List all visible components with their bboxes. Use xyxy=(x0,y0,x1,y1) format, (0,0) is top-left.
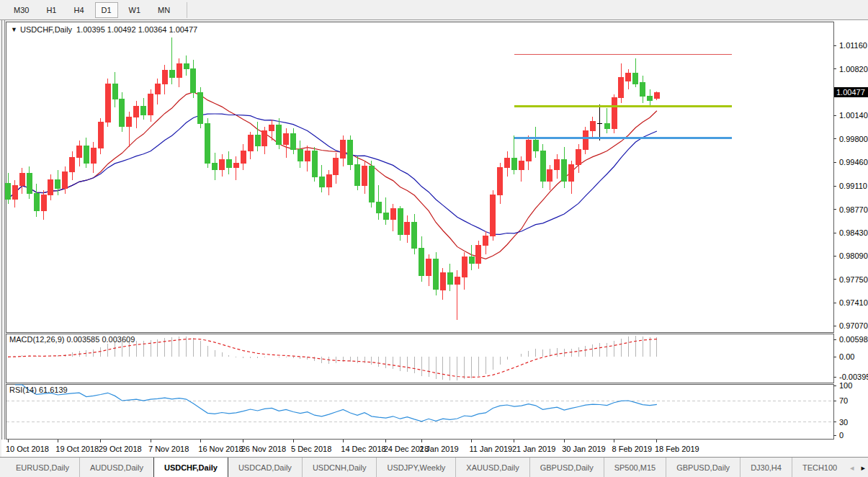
tab-dj30-h4[interactable]: DJ30,H4 xyxy=(740,458,792,477)
chart-region[interactable]: 1.011601.008201.001400.998000.994600.991… xyxy=(0,20,868,457)
tab-gbpusd-daily[interactable]: GBPUSD,Daily xyxy=(529,458,604,477)
date-tick-label: 16 Nov 2018 xyxy=(198,445,243,453)
timeframe-button-d1[interactable]: D1 xyxy=(95,2,118,18)
tab-usdcnh-daily[interactable]: USDCNH,Daily xyxy=(302,458,377,477)
tab-audusd-daily[interactable]: AUDUSD,Daily xyxy=(79,458,153,477)
candle xyxy=(369,161,374,208)
price-tick-label: 0.98090 xyxy=(839,251,868,260)
candle xyxy=(540,144,545,188)
price-tick-label: 0.99460 xyxy=(839,158,868,166)
macd-axis-label: -0.003954 xyxy=(839,373,868,381)
date-tick-label: 10 Oct 2018 xyxy=(6,445,49,453)
tab-usdjpy-weekly[interactable]: USDJPY,Weekly xyxy=(376,458,455,477)
macd-axis-label: 0.005985 xyxy=(839,335,868,344)
tab-eurusd-daily[interactable]: EURUSD,Daily xyxy=(6,458,79,477)
tab-tech100[interactable]: TECH100 xyxy=(792,458,847,477)
price-tick-label: 1.01160 xyxy=(839,41,867,50)
date-tick-label: 21 Jan 2019 xyxy=(512,445,556,453)
timeframe-button-m30[interactable]: M30 xyxy=(7,2,35,18)
price-chart[interactable]: 1.011601.008201.001400.998000.994600.991… xyxy=(0,20,868,457)
tab-scroll-arrows: ◂ ▸ xyxy=(846,458,865,477)
rsi-axis-label: 0 xyxy=(839,431,844,440)
tab-sp500-m15[interactable]: SP500,M15 xyxy=(604,458,666,477)
candle xyxy=(612,94,617,133)
price-tick-label: 0.99110 xyxy=(839,182,867,190)
timeframe-button-w1[interactable]: W1 xyxy=(122,2,148,18)
macd-axis-label: 0.00 xyxy=(839,352,854,361)
tab-usdchf-daily[interactable]: USDCHF,Daily xyxy=(153,457,228,477)
date-tick-label: 19 Oct 2018 xyxy=(55,445,99,453)
price-tick-label: 0.99800 xyxy=(839,135,868,143)
timeframe-button-mn[interactable]: MN xyxy=(151,2,176,18)
rsi-label: RSI(14) 61.6139 xyxy=(9,385,68,394)
price-tick-label: 0.97070 xyxy=(839,321,868,330)
price-tick-label: 0.98770 xyxy=(839,205,868,214)
tab-xauusd-daily[interactable]: XAUUSD,Daily xyxy=(455,458,529,477)
date-tick-label: 14 Dec 2018 xyxy=(341,445,385,453)
rsi-axis-label: 70 xyxy=(839,396,848,405)
candle xyxy=(205,118,210,167)
candle xyxy=(491,190,496,241)
price-tick-label: 0.97750 xyxy=(839,275,868,284)
macd-label: MACD(12,26,9) 0.003585 0.003609 xyxy=(9,335,135,344)
date-tick-label: 26 Nov 2018 xyxy=(241,445,286,453)
tab-gbpusd-daily-2[interactable]: GBPUSD,Daily xyxy=(666,458,740,477)
price-axis-bg xyxy=(833,20,868,457)
chart-dropdown-icon[interactable]: ▼ xyxy=(11,26,17,33)
price-tick-label: 0.97410 xyxy=(839,298,868,307)
rsi-axis-label: 30 xyxy=(839,418,848,427)
candle xyxy=(312,147,317,182)
tab-scroll-left-icon[interactable]: ◂ xyxy=(850,463,854,473)
date-tick-label: 18 Feb 2019 xyxy=(655,445,699,453)
rsi-axis-label: 100 xyxy=(839,381,852,390)
date-tick-label: 7 Nov 2018 xyxy=(148,445,189,453)
date-tick-label: 2 Jan 2019 xyxy=(419,445,458,453)
price-tick-label: 1.00820 xyxy=(839,65,868,73)
tab-usdcad-daily[interactable]: USDCAD,Daily xyxy=(228,458,302,477)
rsi-pane[interactable] xyxy=(6,384,833,439)
main-chart-pane[interactable] xyxy=(6,22,833,332)
timeframe-button-h4[interactable]: H4 xyxy=(67,2,90,18)
symbol-tab-bar: EURUSD,Daily AUDUSD,Daily USDCHF,Daily U… xyxy=(0,457,868,477)
candle xyxy=(348,135,353,170)
date-tick-label: 29 Oct 2018 xyxy=(99,445,142,453)
timeframe-button-h1[interactable]: H1 xyxy=(40,2,63,18)
date-tick-label: 8 Feb 2019 xyxy=(612,445,653,453)
chart-title-ohlc: 1.00395 1.00492 1.00364 1.00477 xyxy=(76,25,197,34)
chart-title-symbol: USDCHF,Daily xyxy=(20,25,73,34)
tab-scroll-right-icon[interactable]: ▸ xyxy=(861,463,865,473)
current-price-label: 1.00477 xyxy=(836,88,865,97)
toolbar-separator xyxy=(187,2,187,18)
price-tick-label: 0.98430 xyxy=(839,228,868,237)
date-tick-label: 30 Jan 2019 xyxy=(562,445,606,453)
date-tick-label: 11 Jan 2019 xyxy=(470,445,513,453)
date-tick-label: 5 Dec 2018 xyxy=(291,445,331,453)
price-tick-label: 1.00140 xyxy=(839,111,868,120)
candle xyxy=(198,87,203,128)
candle xyxy=(105,79,110,127)
timeframe-toolbar: M30 H1 H4 D1 W1 MN xyxy=(0,0,868,20)
